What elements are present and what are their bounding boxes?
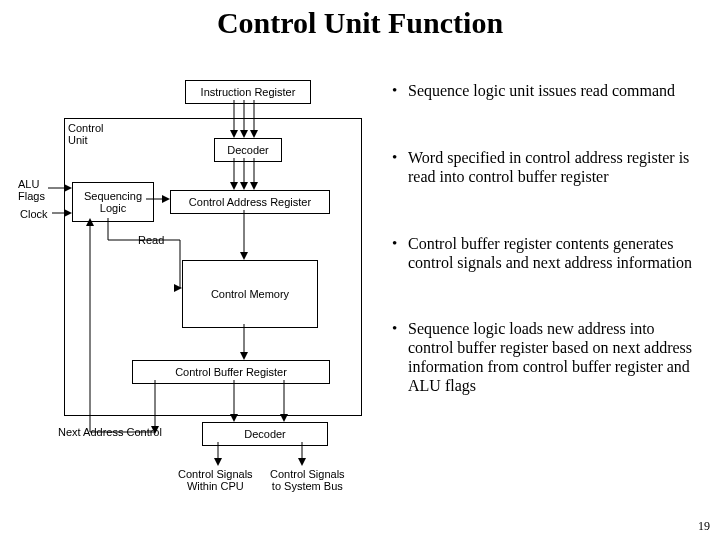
svg-marker-34 [280,414,288,422]
svg-marker-23 [174,284,182,292]
svg-marker-5 [250,130,258,138]
svg-marker-25 [240,352,248,360]
svg-marker-27 [151,426,159,434]
svg-marker-38 [298,458,306,466]
page-number: 19 [698,519,710,534]
svg-marker-7 [230,182,238,190]
slide-title: Control Unit Function [0,6,720,40]
svg-marker-32 [230,414,238,422]
svg-marker-30 [86,218,94,226]
svg-marker-17 [162,195,170,203]
bullet-item: Word specified in control address regist… [388,149,702,187]
svg-marker-3 [240,130,248,138]
bullet-item: Sequence logic loads new address into co… [388,320,702,396]
svg-marker-13 [64,184,72,192]
svg-marker-1 [230,130,238,138]
svg-marker-15 [64,209,72,217]
svg-marker-36 [214,458,222,466]
svg-marker-11 [250,182,258,190]
svg-marker-9 [240,182,248,190]
svg-marker-19 [240,252,248,260]
bullet-item: Control buffer register contents generat… [388,235,702,273]
control-unit-diagram: Instruction Register Decoder Sequencing … [10,80,374,500]
bullet-item: Sequence logic unit issues read command [388,82,702,101]
diagram-wires [10,80,374,500]
bullet-list: Sequence logic unit issues read command … [388,82,702,444]
